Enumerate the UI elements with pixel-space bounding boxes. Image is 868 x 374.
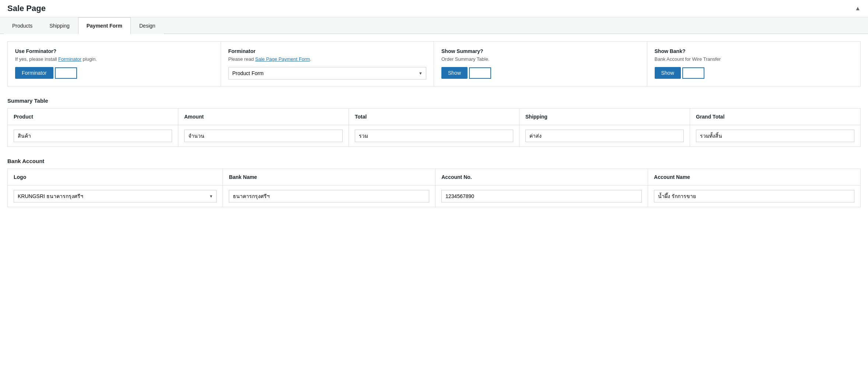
show-bank-button[interactable]: Show xyxy=(655,67,681,79)
bank-account-row: KRUNGSRI ธนาคารกรุงศรีฯ SCB ธนาคารไทยพาณ… xyxy=(8,186,861,207)
summary-total-input[interactable] xyxy=(355,130,513,142)
tab-products[interactable]: Products xyxy=(4,17,41,34)
summary-col-total-header: Total xyxy=(349,109,519,125)
form-select-wrapper: Product Form Contact Form Custom Form xyxy=(228,67,427,80)
summary-table-section: Summary Table Product Amount Total Shipp… xyxy=(7,98,861,147)
use-forminator-desc-prefix: If yes, please install xyxy=(15,56,58,62)
bank-col-account-name-header: Account Name xyxy=(648,169,861,186)
summary-amount-cell xyxy=(178,125,349,147)
summary-grandtotal-cell xyxy=(690,125,861,147)
bank-account-table: Logo Bank Name Account No. Account Name … xyxy=(7,169,861,207)
forminator-col-desc-suffix: . xyxy=(310,56,311,62)
page-title: Sale Page xyxy=(7,4,46,13)
bank-col-name-header: Bank Name xyxy=(223,169,435,186)
forminator-col-title: Forminator xyxy=(228,48,427,54)
bank-account-name-cell xyxy=(648,186,861,207)
use-forminator-btn-row: Forminator xyxy=(15,67,213,79)
page-header: Sale Page ▲ xyxy=(0,0,868,17)
forminator-col-desc: Please read Sale Page Payment Form. xyxy=(228,56,427,62)
summary-col-shipping-header: Shipping xyxy=(519,109,690,125)
tabs-bar: Products Shipping Payment Form Design xyxy=(0,17,868,34)
page-wrapper: Sale Page ▲ Products Shipping Payment Fo… xyxy=(0,0,868,374)
bank-col-logo-header: Logo xyxy=(8,169,223,186)
show-summary-col: Show Summary? Order Summary Table. Show xyxy=(434,42,647,86)
tab-shipping[interactable]: Shipping xyxy=(41,17,78,34)
summary-col-grandtotal-header: Grand Total xyxy=(690,109,861,125)
content-area: Use Forminator? If yes, please install F… xyxy=(0,34,868,226)
use-forminator-desc: If yes, please install Forminator plugin… xyxy=(15,56,213,62)
summary-table-header-row: Product Amount Total Shipping Grand Tota… xyxy=(8,109,861,125)
show-summary-btn-row: Show xyxy=(441,67,640,79)
use-forminator-col: Use Forminator? If yes, please install F… xyxy=(8,42,221,86)
summary-table-row xyxy=(8,125,861,147)
summary-product-cell xyxy=(8,125,178,147)
bank-account-header-row: Logo Bank Name Account No. Account Name xyxy=(8,169,861,186)
show-summary-button[interactable]: Show xyxy=(441,67,468,79)
collapse-icon[interactable]: ▲ xyxy=(855,5,861,12)
tab-payment-form[interactable]: Payment Form xyxy=(78,17,131,34)
forminator-input[interactable] xyxy=(55,67,77,79)
show-bank-input[interactable] xyxy=(682,67,704,79)
forminator-col: Forminator Please read Sale Page Payment… xyxy=(221,42,434,86)
summary-table: Product Amount Total Shipping Grand Tota… xyxy=(7,108,861,147)
top-grid: Use Forminator? If yes, please install F… xyxy=(7,41,861,87)
summary-table-title: Summary Table xyxy=(7,98,861,104)
show-bank-col: Show Bank? Bank Account for Wire Transfe… xyxy=(647,42,861,86)
use-forminator-title: Use Forminator? xyxy=(15,48,213,54)
bank-name-input[interactable] xyxy=(229,190,429,202)
show-summary-desc: Order Summary Table. xyxy=(441,56,640,62)
bank-account-no-input[interactable] xyxy=(441,190,642,202)
bank-name-cell xyxy=(223,186,435,207)
sale-page-payment-form-link[interactable]: Sale Page Payment Form xyxy=(255,56,310,62)
bank-logo-select-wrapper: KRUNGSRI ธนาคารกรุงศรีฯ SCB ธนาคารไทยพาณ… xyxy=(14,190,217,202)
tab-design[interactable]: Design xyxy=(131,17,164,34)
bank-logo-cell: KRUNGSRI ธนาคารกรุงศรีฯ SCB ธนาคารไทยพาณ… xyxy=(8,186,223,207)
forminator-button[interactable]: Forminator xyxy=(15,67,53,79)
summary-grandtotal-input[interactable] xyxy=(696,130,854,142)
summary-amount-input[interactable] xyxy=(184,130,343,142)
bank-account-title: Bank Account xyxy=(7,158,861,164)
bank-account-name-input[interactable] xyxy=(654,190,854,202)
form-select[interactable]: Product Form Contact Form Custom Form xyxy=(228,67,427,80)
use-forminator-desc-suffix: plugin. xyxy=(81,56,97,62)
bank-col-account-no-header: Account No. xyxy=(435,169,648,186)
show-bank-btn-row: Show xyxy=(655,67,853,79)
show-summary-input[interactable] xyxy=(469,67,491,79)
show-summary-title: Show Summary? xyxy=(441,48,640,54)
summary-total-cell xyxy=(349,125,519,147)
summary-shipping-cell xyxy=(519,125,690,147)
forminator-link[interactable]: Forminator xyxy=(58,56,81,62)
summary-col-product-header: Product xyxy=(8,109,178,125)
forminator-col-desc-prefix: Please read xyxy=(228,56,255,62)
summary-product-input[interactable] xyxy=(14,130,172,142)
bank-account-no-cell xyxy=(435,186,648,207)
bank-logo-select[interactable]: KRUNGSRI ธนาคารกรุงศรีฯ SCB ธนาคารไทยพาณ… xyxy=(14,190,217,202)
show-bank-desc: Bank Account for Wire Transfer xyxy=(655,56,853,62)
summary-col-amount-header: Amount xyxy=(178,109,349,125)
summary-shipping-input[interactable] xyxy=(525,130,684,142)
show-bank-title: Show Bank? xyxy=(655,48,853,54)
bank-account-section: Bank Account Logo Bank Name Account No. … xyxy=(7,158,861,207)
